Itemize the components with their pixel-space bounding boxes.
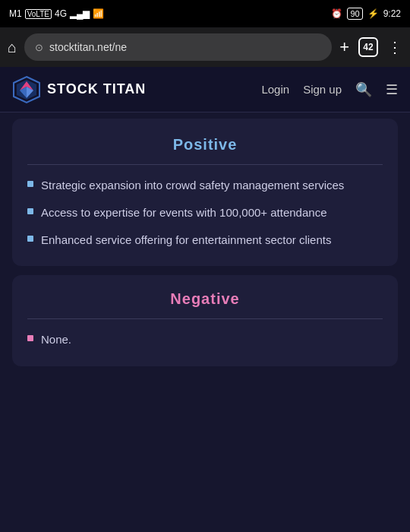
negative-item-1: None. bbox=[41, 331, 71, 348]
main-content: Positive Strategic expansion into crowd … bbox=[0, 112, 410, 532]
positive-divider bbox=[27, 164, 383, 165]
positive-item-1: Strategic expansion into crowd safety ma… bbox=[41, 177, 344, 194]
status-carrier: M1 VoLTE 4G ▂▄▆ 📶 bbox=[9, 8, 104, 19]
positive-item-2: Access to expertise for events with 100,… bbox=[41, 204, 326, 221]
address-bar[interactable]: ⊙ stocktitan.net/ne bbox=[24, 33, 332, 61]
positive-list: Strategic expansion into crowd safety ma… bbox=[27, 177, 383, 248]
battery-indicator: 90 bbox=[347, 8, 362, 20]
home-button[interactable]: ⌂ bbox=[8, 39, 17, 56]
login-link[interactable]: Login bbox=[261, 83, 289, 96]
negative-divider bbox=[27, 318, 383, 319]
bullet-icon bbox=[27, 181, 33, 187]
status-right: ⏰ 90 ⚡ 9:22 bbox=[331, 8, 401, 20]
list-item: Access to expertise for events with 100,… bbox=[27, 204, 383, 221]
logo-container: STOCK TITAN bbox=[12, 75, 146, 104]
list-item: Enhanced service offering for entertainm… bbox=[27, 232, 383, 249]
tab-count-button[interactable]: 42 bbox=[358, 37, 378, 57]
signal-4g: 4G bbox=[55, 8, 67, 19]
charging-icon: ⚡ bbox=[367, 8, 379, 19]
site-icon: ⊙ bbox=[35, 42, 43, 53]
logo-text: STOCK TITAN bbox=[47, 81, 146, 97]
bullet-icon bbox=[27, 208, 33, 214]
wifi-icon: 📶 bbox=[93, 8, 104, 19]
signal-bars: ▂▄▆ bbox=[70, 8, 90, 19]
list-item: None. bbox=[27, 331, 383, 348]
url-text: stocktitan.net/ne bbox=[49, 41, 127, 53]
logo-icon bbox=[12, 75, 41, 104]
negative-title: Negative bbox=[27, 290, 383, 308]
nav-bar: STOCK TITAN Login Sign up 🔍 ☰ bbox=[0, 67, 410, 112]
negative-list: None. bbox=[27, 331, 383, 348]
volte-label: VoLTE bbox=[25, 9, 52, 19]
search-icon[interactable]: 🔍 bbox=[355, 81, 372, 98]
nav-links: Login Sign up 🔍 ☰ bbox=[261, 81, 398, 98]
carrier-label: M1 bbox=[9, 8, 22, 19]
menu-icon[interactable]: ☰ bbox=[386, 81, 398, 98]
browser-chrome: ⌂ ⊙ stocktitan.net/ne + 42 ⋮ bbox=[0, 27, 410, 67]
signup-link[interactable]: Sign up bbox=[303, 83, 342, 96]
more-menu-button[interactable]: ⋮ bbox=[387, 38, 402, 56]
bullet-icon bbox=[27, 236, 33, 242]
time-display: 9:22 bbox=[383, 8, 401, 19]
status-bar: M1 VoLTE 4G ▂▄▆ 📶 ⏰ 90 ⚡ 9:22 bbox=[0, 0, 410, 27]
positive-title: Positive bbox=[27, 136, 383, 154]
negative-card: Negative None. bbox=[12, 275, 398, 366]
alarm-icon: ⏰ bbox=[331, 8, 342, 19]
positive-card: Positive Strategic expansion into crowd … bbox=[12, 119, 398, 266]
add-tab-button[interactable]: + bbox=[339, 37, 349, 57]
bullet-icon bbox=[27, 335, 33, 341]
list-item: Strategic expansion into crowd safety ma… bbox=[27, 177, 383, 194]
browser-actions: + 42 ⋮ bbox=[339, 37, 402, 57]
positive-item-3: Enhanced service offering for entertainm… bbox=[41, 232, 331, 249]
